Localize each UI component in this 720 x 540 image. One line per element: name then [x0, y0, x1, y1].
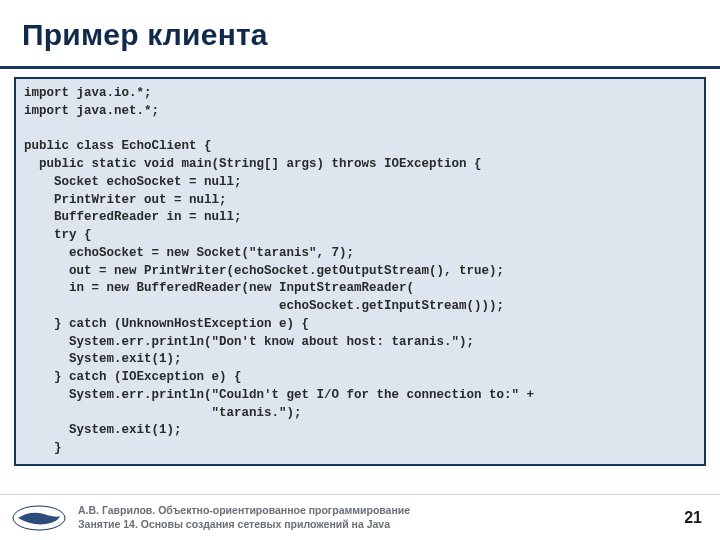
- logo-icon: [10, 502, 68, 534]
- footer-line-2: Занятие 14. Основы создания сетевых прил…: [78, 518, 672, 532]
- code-content: import java.io.*; import java.net.*; pub…: [24, 85, 696, 458]
- slide-title: Пример клиента: [22, 18, 698, 52]
- footer-text: А.В. Гаврилов. Объектно-ориентированное …: [78, 504, 672, 531]
- footer-line-1: А.В. Гаврилов. Объектно-ориентированное …: [78, 504, 672, 518]
- page-number: 21: [684, 509, 702, 527]
- title-underline: [0, 66, 720, 69]
- code-block: import java.io.*; import java.net.*; pub…: [14, 77, 706, 466]
- title-area: Пример клиента: [0, 0, 720, 58]
- footer: А.В. Гаврилов. Объектно-ориентированное …: [0, 494, 720, 540]
